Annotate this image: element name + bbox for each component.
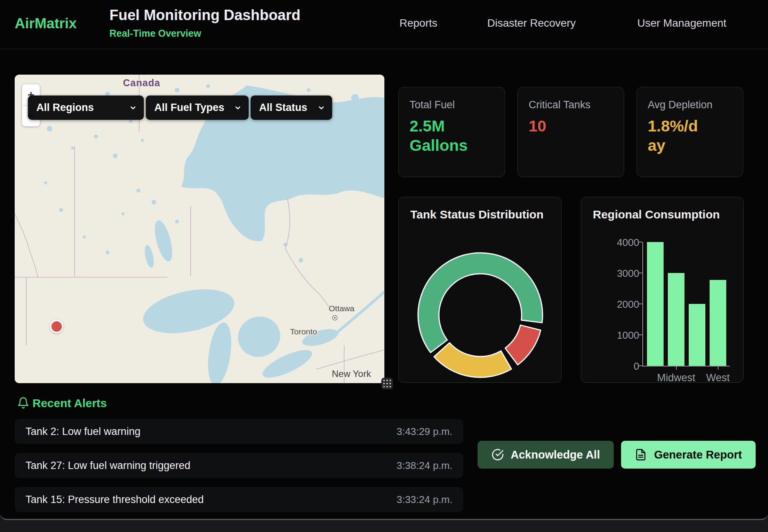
acknowledge-all-label: Acknowledge All	[511, 448, 600, 461]
map-canvas: Canada Ottawa Toronto New York	[15, 75, 384, 383]
page-subtitle: Real-Time Overview	[109, 28, 201, 39]
y-axis-tick	[638, 242, 642, 242]
dashboard-panel: AirMatrix Fuel Monitoring Dashboard Real…	[0, 0, 768, 520]
map-label-canada: Canada	[123, 77, 160, 88]
alert-time: 3:33:24 p.m.	[396, 494, 452, 506]
tank-marker-critical[interactable]	[50, 320, 63, 333]
map-label-ottawa: Ottawa	[329, 304, 355, 313]
y-axis-tick-label: 0	[607, 360, 639, 372]
nav-user-management[interactable]: User Management	[637, 17, 726, 29]
bell-icon	[17, 397, 29, 409]
alert-time: 3:38:24 p.m.	[396, 460, 452, 472]
alert-row[interactable]: Tank 27: Low fuel warning triggered 3:38…	[15, 453, 463, 478]
stat-value-avg-depletion: 1.8%/day	[648, 116, 702, 155]
stat-value-total-fuel: 2.5M Gallons	[410, 116, 487, 155]
header: AirMatrix Fuel Monitoring Dashboard Real…	[0, 0, 768, 49]
check-circle-icon	[492, 448, 504, 461]
map-resize-handle[interactable]	[381, 378, 393, 389]
alert-time: 3:43:29 p.m.	[396, 426, 452, 438]
donut-segment-warning	[434, 343, 511, 377]
nav-reports[interactable]: Reports	[399, 17, 437, 29]
nav-disaster-recovery[interactable]: Disaster Recovery	[487, 17, 576, 29]
stat-value-critical-tanks: 10	[529, 116, 613, 136]
alert-text: Tank 27: Low fuel warning triggered	[26, 460, 190, 472]
alerts-heading: Recent Alerts	[32, 397, 107, 410]
y-axis-tick-label: 3000	[607, 268, 639, 280]
ottawa-town-marker	[333, 315, 337, 320]
chart-title: Tank Status Distribution	[410, 208, 543, 221]
brand-logo: AirMatrix	[15, 15, 77, 32]
map[interactable]: Canada Ottawa Toronto New York + − All R…	[15, 75, 384, 383]
stat-card-avg-depletion: Avg Depletion 1.8%/day	[637, 87, 743, 177]
chevron-down-icon	[129, 104, 137, 112]
chart-title: Regional Consumption	[593, 208, 720, 221]
y-axis-tick-label: 1000	[607, 329, 639, 341]
regional-consumption-chart-card: Regional Consumption 01000200030004000Mi…	[581, 197, 744, 383]
y-axis-tick	[638, 304, 642, 304]
region-filter-select[interactable]: All Regions	[28, 95, 144, 120]
chevron-down-icon	[234, 104, 242, 112]
fuel-type-filter-select[interactable]: All Fuel Types	[146, 95, 249, 120]
donut-segment-critical	[505, 325, 541, 365]
y-axis-tick-label: 2000	[607, 298, 639, 310]
stat-card-total-fuel: Total Fuel 2.5M Gallons	[398, 87, 505, 177]
fuel-type-filter-value: All Fuel Types	[154, 102, 224, 114]
alert-row[interactable]: Tank 15: Pressure threshold exceeded 3:3…	[15, 487, 463, 512]
file-text-icon	[635, 448, 647, 461]
stat-label: Total Fuel	[410, 99, 494, 111]
chevron-down-icon	[317, 104, 325, 112]
stat-label: Avg Depletion	[648, 99, 732, 111]
x-axis-tick	[676, 366, 677, 370]
status-filter-select[interactable]: All Status	[251, 95, 332, 120]
stat-label: Critical Tanks	[529, 99, 613, 111]
x-axis-tick	[718, 366, 719, 370]
y-axis-tick	[638, 334, 642, 335]
page-title: Fuel Monitoring Dashboard	[109, 7, 300, 24]
stat-card-critical-tanks: Critical Tanks 10	[517, 87, 624, 177]
map-label-new-york: New York	[332, 368, 371, 379]
generate-report-label: Generate Report	[654, 448, 742, 461]
regional-consumption-bar-chart: 01000200030004000MidwestWest	[642, 242, 730, 367]
status-filter-value: All Status	[259, 102, 307, 114]
x-axis-tick-label: West	[691, 372, 745, 384]
bar-Midwest	[668, 273, 684, 366]
region-filter-value: All Regions	[36, 102, 94, 114]
alert-text: Tank 15: Pressure threshold exceeded	[26, 494, 204, 506]
bar-region-3	[689, 304, 705, 366]
bar-West	[710, 280, 726, 366]
y-axis-tick	[638, 273, 642, 273]
acknowledge-all-button[interactable]: Acknowledge All	[478, 441, 614, 469]
generate-report-button[interactable]: Generate Report	[621, 441, 756, 469]
map-label-toronto: Toronto	[290, 327, 317, 336]
alert-row[interactable]: Tank 2: Low fuel warning 3:43:29 p.m.	[15, 419, 463, 444]
tank-status-chart-card: Tank Status Distribution	[398, 197, 561, 383]
tank-status-donut-chart	[399, 197, 562, 382]
bar-region-1	[647, 242, 664, 366]
y-axis-tick	[638, 365, 642, 366]
y-axis-tick-label: 4000	[607, 237, 639, 249]
alert-text: Tank 2: Low fuel warning	[26, 426, 140, 438]
